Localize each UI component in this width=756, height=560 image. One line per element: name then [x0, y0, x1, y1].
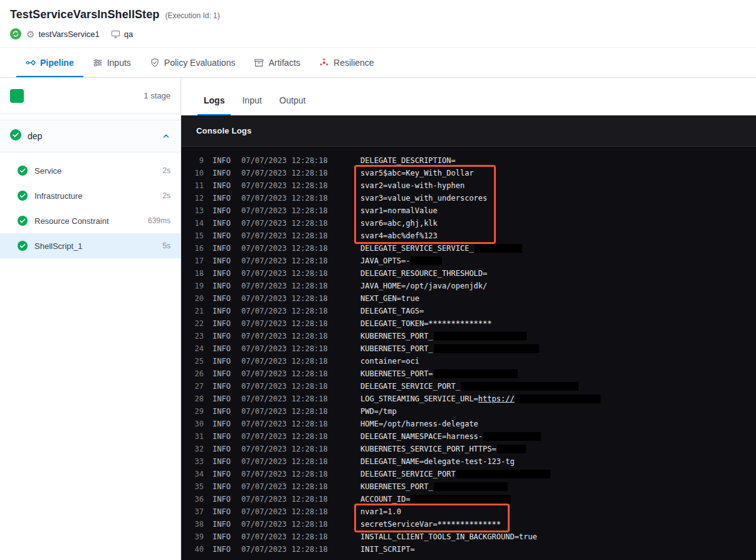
log-line: 39INFO07/07/202312:28:18INSTALL_CLIENT_T… — [187, 531, 756, 543]
log-message-text: KUBERNETES_PORT_ — [360, 482, 433, 491]
step-row-infrastructure[interactable]: Infrastructure2s — [0, 183, 181, 208]
log-date: 07/07/2023 — [241, 457, 286, 466]
log-message: DELEGATE_NAME=delegate-test-123-tg — [360, 457, 515, 466]
log-line-number: 16 — [187, 244, 204, 253]
log-message-text: KUBERNETES_SERVICE_PORT_HTTPS= — [360, 445, 496, 453]
log-date: 07/07/2023 — [241, 507, 286, 516]
log-line-number: 32 — [187, 445, 204, 453]
log-line-number: 13 — [187, 206, 204, 215]
artifacts-icon — [254, 58, 264, 68]
step-row-shellscript-1[interactable]: ShellScript_15s — [0, 233, 181, 258]
log-line-number: 28 — [187, 394, 204, 403]
tab-artifacts[interactable]: Artifacts — [244, 48, 310, 77]
tab-pipeline[interactable]: Pipeline — [16, 48, 83, 77]
log-message-text: ACCOUNT_ID= — [360, 495, 410, 504]
title-row: TestServiceVarsInShellStep (Execution Id… — [10, 8, 746, 21]
log-message-text: JAVA_HOME=/opt/java/openjdk/ — [360, 282, 487, 290]
log-link[interactable]: https:// — [478, 394, 515, 403]
log-tabs: LogsInputOutput — [181, 78, 756, 115]
tab-resilience[interactable]: Resilience — [310, 48, 384, 77]
success-check-icon — [18, 166, 28, 176]
log-line-number: 9 — [187, 156, 204, 165]
log-line: 28INFO07/07/202312:28:18LOG_STREAMING_SE… — [187, 393, 756, 405]
stage-status-square[interactable] — [10, 89, 24, 103]
log-time: 12:28:18 — [291, 156, 328, 165]
redacted-value — [497, 445, 526, 453]
log-message: INSTALL_CLIENT_TOOLS_IN_BACKGROUND=true — [360, 532, 537, 541]
console-log-list: 9INFO07/07/202312:28:18DELEGATE_DESCRIPT… — [181, 147, 756, 560]
log-date: 07/07/2023 — [241, 256, 286, 265]
log-time: 12:28:18 — [291, 194, 328, 203]
log-line-number: 10 — [187, 169, 204, 177]
service-name[interactable]: testVarsService1 — [38, 29, 99, 39]
tab-inputs[interactable]: Inputs — [83, 48, 140, 77]
log-message: svar2=value-with-hyphen — [360, 181, 465, 190]
step-name: Service — [34, 166, 61, 176]
log-message: INIT_SCRIPT= — [360, 545, 415, 554]
redacted-value — [434, 482, 508, 491]
log-time: 12:28:18 — [291, 432, 328, 441]
log-line-number: 40 — [187, 545, 204, 554]
log-message: KUBERNETES_PORT= — [360, 369, 518, 378]
log-message-text: JAVA_OPTS=- — [360, 256, 410, 265]
log-message: KUBERNETES_PORT_ — [360, 482, 508, 491]
step-row-resource-constraint[interactable]: Resource Constraint639ms — [0, 208, 181, 233]
log-line-number: 36 — [187, 495, 204, 504]
stage-count: 1 stage — [144, 91, 171, 100]
log-line-number: 33 — [187, 457, 204, 466]
log-date: 07/07/2023 — [241, 294, 286, 303]
redacted-value — [456, 470, 550, 478]
log-level: INFO — [213, 344, 234, 353]
log-time: 12:28:18 — [291, 244, 328, 253]
log-time: 12:28:18 — [291, 545, 328, 554]
log-date: 07/07/2023 — [241, 344, 286, 353]
tab-output[interactable]: Output — [273, 95, 312, 115]
stage-bar: 1 stage — [0, 78, 181, 114]
tab-policy-evaluations[interactable]: Policy Evaluations — [140, 48, 245, 77]
stage-group-dep[interactable]: dep — [0, 120, 181, 152]
log-level: INFO — [213, 369, 234, 378]
log-line: 26INFO07/07/202312:28:18KUBERNETES_PORT= — [187, 367, 756, 380]
log-date: 07/07/2023 — [241, 545, 286, 554]
environment-name[interactable]: qa — [124, 29, 133, 39]
log-level: INFO — [213, 357, 234, 366]
log-date: 07/07/2023 — [241, 357, 286, 366]
log-date: 07/07/2023 — [241, 332, 286, 341]
meta-row: ⚙ testVarsService1 qa — [10, 28, 746, 40]
log-time: 12:28:18 — [291, 344, 328, 353]
redacted-value — [434, 369, 518, 378]
success-check-icon — [18, 191, 28, 201]
log-line: 13INFO07/07/202312:28:18svar1=normalValu… — [187, 204, 756, 217]
redacted-value — [434, 344, 539, 353]
console: Console Logs 9INFO07/07/202312:28:18DELE… — [181, 115, 756, 560]
log-message: ACCOUNT_ID= — [360, 495, 511, 504]
log-message-text: svar4=abc%def%123 — [360, 231, 438, 240]
log-date: 07/07/2023 — [241, 394, 286, 403]
tab-input[interactable]: Input — [236, 95, 268, 115]
log-level: INFO — [213, 244, 234, 253]
step-row-service[interactable]: Service2s — [0, 158, 181, 183]
log-line-number: 31 — [187, 432, 204, 441]
log-line: 15INFO07/07/202312:28:18svar4=abc%def%12… — [187, 230, 756, 242]
step-name: ShellScript_1 — [34, 241, 83, 251]
log-line: 24INFO07/07/202312:28:18KUBERNETES_PORT_ — [187, 342, 756, 355]
step-duration: 5s — [162, 241, 171, 250]
log-time: 12:28:18 — [291, 294, 328, 303]
log-date: 07/07/2023 — [241, 382, 286, 391]
log-line: 22INFO07/07/202312:28:18DELEGATE_TOKEN=*… — [187, 317, 756, 330]
stage-name: dep — [28, 131, 42, 141]
log-time: 12:28:18 — [291, 169, 328, 177]
log-time: 12:28:18 — [291, 181, 328, 190]
log-date: 07/07/2023 — [241, 420, 286, 428]
log-time: 12:28:18 — [291, 357, 328, 366]
log-message: svar6=abc,ghj,klk — [360, 219, 438, 228]
log-time: 12:28:18 — [291, 420, 328, 428]
log-message: HOME=/opt/harness-delegate — [360, 420, 478, 428]
log-message: DELEGATE_SERVICE_PORT_ — [360, 382, 579, 391]
log-message-text: DELEGATE_SERVICE_SERVICE_ — [360, 244, 474, 253]
log-message-text: DELEGATE_NAMESPACE=harness- — [360, 432, 483, 441]
log-line: 33INFO07/07/202312:28:18DELEGATE_NAME=de… — [187, 455, 756, 468]
chevron-up-icon[interactable] — [162, 132, 171, 140]
console-title: Console Logs — [196, 126, 251, 135]
tab-logs[interactable]: Logs — [197, 95, 231, 115]
